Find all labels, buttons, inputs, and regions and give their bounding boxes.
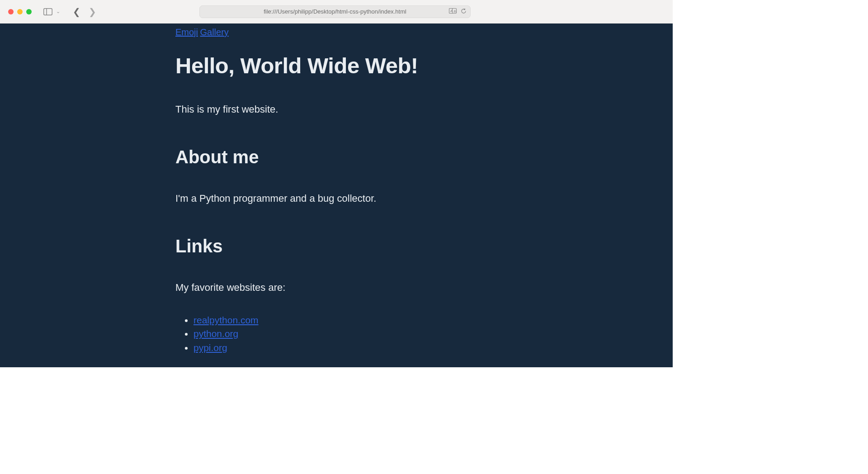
browser-toolbar: ⌄ ❮ ❯ file:///Users/philipp/Desktop/html… — [0, 0, 673, 24]
nav-link-gallery[interactable]: Gallery — [200, 27, 228, 37]
links-heading: Links — [175, 236, 582, 256]
back-button[interactable]: ❮ — [73, 7, 80, 16]
about-heading: About me — [175, 147, 582, 167]
chevron-down-icon: ⌄ — [56, 9, 60, 14]
intro-paragraph: This is my first website. — [175, 104, 582, 115]
page-title: Hello, World Wide Web! — [175, 53, 582, 78]
window-controls — [8, 9, 32, 14]
top-nav: Emoji Gallery — [175, 27, 582, 38]
list-item: pypi.org — [193, 341, 582, 355]
about-paragraph: I'm a Python programmer and a bug collec… — [175, 193, 582, 204]
reader-translate-icon[interactable]: A あ — [449, 8, 457, 15]
address-bar[interactable]: file:///Users/philipp/Desktop/html-css-p… — [199, 5, 471, 18]
address-url: file:///Users/philipp/Desktop/html-css-p… — [264, 8, 406, 15]
sidebar-toggle-button[interactable]: ⌄ — [43, 8, 60, 15]
favorite-links-list: realpython.com python.org pypi.org — [193, 313, 582, 355]
svg-text:あ: あ — [453, 9, 457, 13]
page-content: Emoji Gallery Hello, World Wide Web! Thi… — [175, 24, 582, 355]
list-item: python.org — [193, 327, 582, 341]
svg-text:A: A — [450, 9, 453, 13]
sidebar-icon — [43, 8, 52, 15]
link-python-org[interactable]: python.org — [193, 328, 238, 339]
forward-button[interactable]: ❯ — [89, 7, 96, 16]
links-intro-paragraph: My favorite websites are: — [175, 282, 582, 294]
svg-rect-0 — [44, 8, 52, 15]
link-pypi-org[interactable]: pypi.org — [193, 342, 227, 353]
fullscreen-window-button[interactable] — [26, 9, 32, 14]
nav-arrows: ❮ ❯ — [73, 7, 96, 16]
link-realpython[interactable]: realpython.com — [193, 315, 259, 325]
minimize-window-button[interactable] — [17, 9, 23, 14]
nav-link-emoji[interactable]: Emoji — [175, 27, 198, 37]
close-window-button[interactable] — [8, 9, 14, 14]
list-item: realpython.com — [193, 313, 582, 327]
reload-icon[interactable] — [461, 8, 467, 15]
page-viewport: Emoji Gallery Hello, World Wide Web! Thi… — [0, 24, 673, 367]
